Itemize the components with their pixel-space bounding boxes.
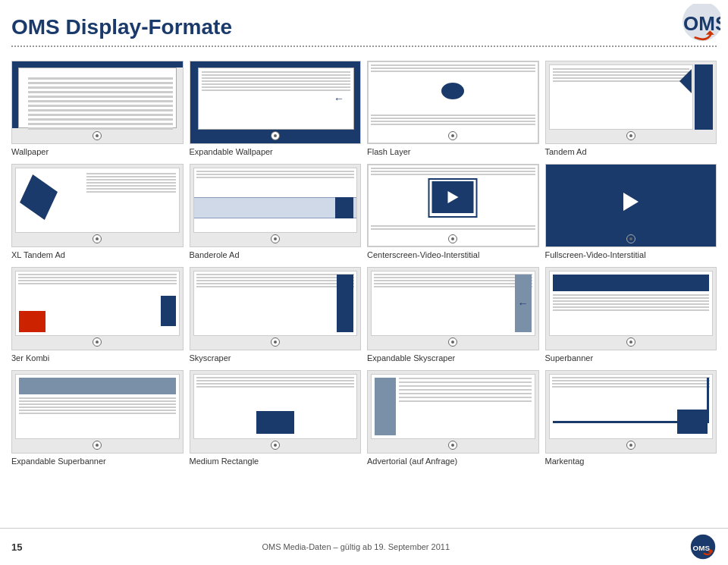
- format-item-mr: Medium Rectangle: [190, 370, 362, 466]
- footer-page-number: 15: [11, 541, 22, 553]
- format-item-flash: Flash Layer: [367, 61, 539, 156]
- flash-lines-top: [371, 64, 535, 74]
- mini-circle-mr: [271, 441, 280, 450]
- expsky-lines: [372, 272, 535, 291]
- mini-circle-xl-tandem: [93, 234, 102, 243]
- format-preview-superbanner: [545, 267, 717, 350]
- band-main: [193, 168, 358, 233]
- format-item-3er: 3er Kombi: [11, 267, 184, 363]
- tandem-main: [549, 64, 694, 130]
- format-item-center-video: Centerscreen-Video-Interstitial: [367, 164, 539, 259]
- format-item-adv: Advertorial (auf Anfrage): [367, 370, 539, 466]
- format-preview-exp-sky: ←: [367, 267, 539, 350]
- format-preview-mk: [545, 370, 717, 454]
- format-label-3er: 3er Kombi: [11, 353, 49, 363]
- mini-circle-expsky: [448, 337, 457, 347]
- format-preview-adv: [367, 370, 539, 454]
- svg-text:OMS: OMS: [693, 544, 711, 552]
- flash-oval: [441, 83, 464, 99]
- format-item-exp-wallpaper: ← Expandable Wallpaper: [190, 61, 362, 156]
- format-label-adv: Advertorial (auf Anfrage): [367, 457, 457, 466]
- kombi-main: [15, 271, 180, 336]
- sky-side: [337, 275, 353, 332]
- divider: [11, 46, 717, 47]
- mini-circle-sb: [626, 337, 635, 347]
- format-label-flash: Flash Layer: [367, 147, 410, 156]
- expwp-lines: [199, 68, 354, 96]
- fv-inner: [552, 171, 711, 233]
- sky-main: [193, 271, 358, 336]
- mini-circle-flash: [448, 131, 457, 140]
- flash-lines-bottom: [371, 115, 535, 127]
- format-label-superbanner: Superbanner: [545, 353, 594, 363]
- expsb-lines: [19, 397, 176, 416]
- format-preview-3er: [11, 267, 184, 350]
- format-preview-full-video: [545, 164, 717, 247]
- format-preview-exp-wallpaper: ←: [190, 61, 362, 144]
- mini-circle-expsb: [93, 441, 102, 450]
- mk-rect: [677, 410, 708, 434]
- wallpaper-inner: [18, 67, 177, 128]
- wallpaper-top-bar: [12, 61, 183, 67]
- format-label-exp-sky: Expandable Skyscraper: [367, 353, 455, 363]
- header: OMS Display-Formate: [11, 15, 717, 39]
- mr-main: [193, 374, 358, 439]
- band-lines: [194, 168, 357, 182]
- mini-circle-3er: [93, 337, 102, 347]
- adv-left: [375, 378, 396, 435]
- cv-lines-bottom: [371, 225, 535, 231]
- format-item-mk: Markentag: [545, 370, 717, 466]
- mini-circle-cv: [448, 234, 457, 243]
- format-preview-mr: [190, 370, 362, 454]
- format-label-wallpaper: Wallpaper: [11, 147, 49, 156]
- page: OMS OMS Display-Formate: [0, 0, 728, 481]
- page-title: OMS Display-Formate: [11, 15, 232, 39]
- mini-circle-mk: [626, 441, 635, 450]
- format-preview-flash: [367, 61, 539, 144]
- format-label-center-video: Centerscreen-Video-Interstitial: [367, 250, 479, 259]
- expsky-main: ←: [371, 271, 535, 336]
- play-btn-center: [447, 191, 458, 203]
- xlt-diamond: [20, 174, 58, 220]
- wp-lines: [28, 77, 173, 109]
- kombi-rect-blue: [161, 296, 176, 326]
- tandem-lines: [550, 65, 693, 86]
- format-label-exp-sb: Expandable Superbanner: [11, 457, 106, 466]
- adv-lines: [399, 378, 532, 404]
- expsky-arrow: ←: [518, 297, 529, 309]
- format-preview-wallpaper: [11, 61, 184, 144]
- expwp-inner: ←: [198, 67, 355, 130]
- format-label-mk: Markentag: [545, 457, 585, 466]
- format-preview-xl-tandem: [11, 164, 184, 247]
- xlt-main: [15, 168, 180, 233]
- mini-circle-banderole: [271, 234, 280, 243]
- format-item-exp-sb: Expandable Superbanner: [11, 370, 184, 466]
- format-preview-banderole: [190, 164, 362, 247]
- sky-lines: [194, 272, 357, 291]
- format-item-wallpaper: Wallpaper: [11, 61, 184, 156]
- xlt-lines: [86, 171, 176, 229]
- adv-main: [371, 374, 535, 439]
- format-item-tandem: Tandem Ad: [545, 61, 717, 156]
- svg-text:OMS: OMS: [683, 12, 720, 35]
- format-label-xl-tandem: XL Tandem Ad: [11, 250, 65, 259]
- format-label-tandem: Tandem Ad: [545, 147, 587, 156]
- expwp-arrow: ←: [334, 93, 344, 105]
- format-item-banderole: Banderole Ad: [190, 164, 362, 259]
- format-item-superbanner: Superbanner: [545, 267, 717, 363]
- formats-grid: Wallpaper ←: [11, 61, 717, 466]
- band-bar: [194, 197, 357, 218]
- kombi-lines: [16, 272, 179, 288]
- format-item-exp-sky: ← Expandable Skyscraper: [367, 267, 539, 363]
- tandem-triangle: [679, 69, 692, 93]
- format-item-full-video: Fullscreen-Video-Interstitial: [545, 164, 717, 259]
- format-label-skyscraper: Skyscraper: [190, 353, 231, 363]
- format-preview-tandem: [545, 61, 717, 144]
- sb-top: [553, 275, 710, 291]
- mini-circle-adv: [448, 441, 457, 450]
- play-btn-full: [623, 193, 639, 211]
- format-label-mr: Medium Rectangle: [190, 457, 259, 466]
- format-label-full-video: Fullscreen-Video-Interstitial: [545, 250, 646, 259]
- format-item-skyscraper: Skyscraper: [190, 267, 362, 363]
- cv-lines-top: [371, 168, 535, 177]
